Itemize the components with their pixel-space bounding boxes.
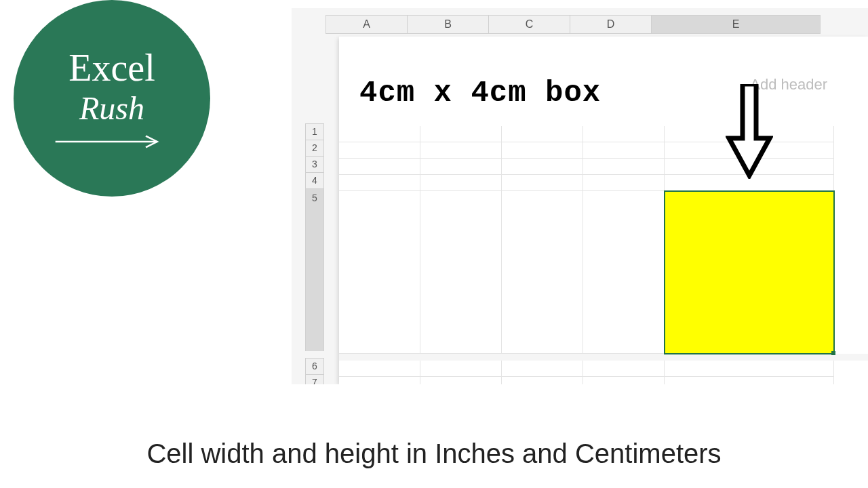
spreadsheet-panel: A B C D E 1 2 3 4 5 6 7 (292, 8, 868, 384)
cell-d3[interactable] (583, 159, 665, 175)
cell-d4[interactable] (583, 175, 665, 191)
cell-e5-selected[interactable] (665, 191, 834, 354)
caption-text: Cell width and height in Inches and Cent… (0, 439, 868, 469)
column-header-a[interactable]: A (326, 15, 407, 34)
cell-c1[interactable] (502, 126, 583, 142)
cell-b3[interactable] (420, 159, 502, 175)
cell-d2[interactable] (583, 142, 665, 159)
cell-c3[interactable] (502, 159, 583, 175)
cell-e6[interactable] (665, 361, 834, 377)
column-header-d[interactable]: D (570, 15, 651, 34)
cell-d7[interactable] (583, 377, 665, 384)
row-gap (305, 351, 324, 358)
cell-c4[interactable] (502, 175, 583, 191)
column-header-b[interactable]: B (407, 15, 488, 34)
cell-d6[interactable] (583, 361, 665, 377)
cell-a3[interactable] (339, 159, 420, 175)
cell-b4[interactable] (420, 175, 502, 191)
row-header-5[interactable]: 5 (305, 188, 324, 351)
cell-b5[interactable] (420, 191, 502, 354)
grid-row (339, 191, 868, 354)
row-header-2[interactable]: 2 (305, 140, 324, 156)
row-header-6[interactable]: 6 (305, 358, 324, 374)
arrow-down-icon (726, 84, 773, 179)
cell-c5[interactable] (502, 191, 583, 354)
cell-c2[interactable] (502, 142, 583, 159)
column-header-c[interactable]: C (488, 15, 570, 34)
cell-grid (339, 126, 868, 384)
cell-a5[interactable] (339, 191, 420, 354)
grid-row (339, 377, 868, 384)
grid-row (339, 142, 868, 159)
cell-c6[interactable] (502, 361, 583, 377)
cell-c7[interactable] (502, 377, 583, 384)
cell-b2[interactable] (420, 142, 502, 159)
cell-a4[interactable] (339, 175, 420, 191)
column-header-e[interactable]: E (651, 15, 821, 34)
grid-row (339, 361, 868, 377)
row-header-1[interactable]: 1 (305, 123, 324, 140)
cell-e7[interactable] (665, 377, 834, 384)
column-header-row: A B C D E (326, 15, 868, 34)
cell-b7[interactable] (420, 377, 502, 384)
grid-row (339, 126, 868, 142)
cell-a7[interactable] (339, 377, 420, 384)
grid-row (339, 159, 868, 175)
row-header-3[interactable]: 3 (305, 156, 324, 172)
cell-d5[interactable] (583, 191, 665, 354)
cell-a1[interactable] (339, 126, 420, 142)
cell-b1[interactable] (420, 126, 502, 142)
cell-a2[interactable] (339, 142, 420, 159)
brand-logo: Excel Rush (14, 0, 210, 197)
cell-d1[interactable] (583, 126, 665, 142)
row-header-7[interactable]: 7 (305, 374, 324, 384)
row-header-4[interactable]: 4 (305, 172, 324, 188)
logo-text-line1: Excel (68, 49, 155, 87)
row-header-column: 1 2 3 4 5 6 7 (305, 123, 324, 384)
grid-row (339, 175, 868, 191)
cell-b6[interactable] (420, 361, 502, 377)
page-break-gap (339, 354, 868, 361)
cell-a6[interactable] (339, 361, 420, 377)
arrow-right-icon (47, 135, 176, 148)
logo-text-line2: Rush (79, 89, 144, 127)
annotation-title: 4cm x 4cm box (359, 76, 601, 110)
